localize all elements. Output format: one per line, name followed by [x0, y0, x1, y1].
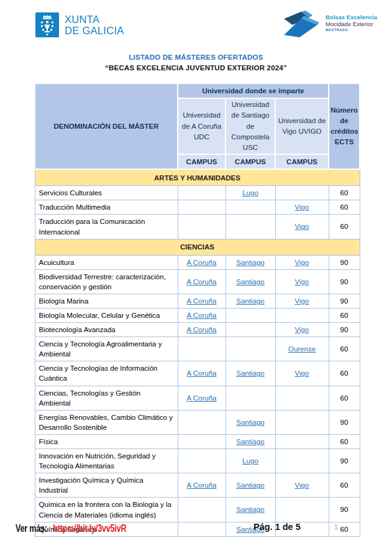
section-row: ARTES Y HUMANIDADES: [35, 169, 360, 186]
campus-link[interactable]: A Coruña: [187, 481, 217, 489]
campus-link[interactable]: A Coruña: [187, 394, 217, 402]
campus-link[interactable]: Santiago: [236, 259, 264, 266]
table-row: Biología Molecular, Celular y GenéticaA …: [35, 309, 360, 323]
campus-cell: [178, 498, 226, 522]
master-name: Biotecnología Avanzada: [35, 323, 178, 337]
campus-cell: [178, 522, 226, 536]
section-header-label: ARTES Y HUMANIDADES: [35, 169, 360, 186]
campus-link[interactable]: A Coruña: [187, 369, 217, 377]
ects-value: 60: [329, 200, 360, 215]
master-name: Investigación Química y Química Industri…: [35, 473, 178, 498]
campus-link[interactable]: Santiago: [236, 419, 264, 426]
campus-link[interactable]: Vigo: [295, 223, 309, 230]
campus-cell: A Coruña: [178, 255, 226, 269]
campus-cell: [226, 323, 275, 337]
ects-value: 60: [329, 386, 360, 410]
campus-cell: Santiago: [226, 434, 275, 448]
campus-subheader-udc: CAMPUS: [178, 154, 226, 169]
xunta-de-galicia-logo: XUNTA DE GALICIA: [35, 12, 124, 37]
table-row: Innovación en Nutrición, Seguridad y Tec…: [35, 449, 360, 473]
master-name: Innovación en Nutrición, Seguridad y Tec…: [35, 449, 178, 473]
ver-mas-link[interactable]: https://bit.ly/3vv5ivR: [53, 523, 126, 534]
campus-link[interactable]: Santiago: [236, 438, 264, 445]
column-header-ects: Número de créditos ECTS: [329, 83, 360, 169]
master-name: Ciencia y Tecnología Agroalimentaria y A…: [35, 337, 178, 361]
ects-value: 60: [329, 434, 360, 448]
campus-link[interactable]: Santiago: [236, 506, 264, 513]
campus-link[interactable]: Lugo: [242, 189, 258, 197]
master-name: Traducción Multimedia: [35, 200, 178, 215]
campus-cell: [275, 449, 329, 473]
campus-cell: Vigo: [275, 294, 329, 308]
campus-cell: A Coruña: [178, 269, 226, 294]
campus-cell: Lugo: [226, 186, 275, 200]
campus-link[interactable]: A Coruña: [187, 326, 217, 333]
campus-cell: Vigo: [275, 269, 329, 294]
ects-value: 90: [329, 449, 360, 473]
campus-link[interactable]: Vigo: [295, 481, 309, 489]
campus-link[interactable]: Santiago: [236, 278, 264, 286]
master-name: Ciencias, Tecnologías y Gestión Ambienta…: [35, 386, 178, 410]
ects-value: 60: [329, 215, 360, 239]
master-name: Física: [35, 434, 178, 448]
table-row: Traducción para la Comunicación Internac…: [35, 215, 360, 239]
campus-cell: [226, 337, 275, 361]
campus-cell: Vigo: [275, 473, 329, 498]
master-name: Biología Marina: [35, 294, 178, 308]
master-name: Biodiversidad Terrestre: caracterización…: [35, 269, 178, 294]
master-name: Acuicultura: [35, 255, 178, 269]
campus-link[interactable]: A Coruña: [187, 312, 217, 319]
ects-value: 60: [329, 473, 360, 498]
campus-link[interactable]: Santiago: [236, 369, 264, 377]
campus-link[interactable]: Vigo: [295, 203, 309, 211]
column-header-uvigo: Universidad de Vigo UVIGO: [275, 98, 329, 154]
campus-cell: Vigo: [275, 215, 329, 239]
ects-value: 90: [329, 323, 360, 337]
campus-cell: [178, 410, 226, 434]
document-page: XUNTA DE GALICIA Bolsas Excelencia Mocid…: [0, 0, 392, 548]
campus-cell: [226, 200, 275, 215]
table-row: Ciencias, Tecnologías y Gestión Ambienta…: [35, 386, 360, 410]
bolsas-logo-text: Bolsas Excelencia Mocidade Exterior MEST…: [326, 14, 377, 32]
campus-cell: [275, 309, 329, 323]
pagination-label: Pág. 1 de 5: [253, 522, 301, 532]
campus-link[interactable]: Vigo: [295, 297, 309, 305]
campus-cell: [275, 410, 329, 434]
section-header-label: CIENCIAS: [35, 239, 360, 255]
campus-cell: Santiago: [226, 269, 275, 294]
campus-link[interactable]: Santiago: [236, 297, 264, 305]
table-row: Biotecnología AvanzadaA CoruñaVigo90: [35, 323, 360, 337]
ects-value: 60: [329, 522, 360, 536]
campus-link[interactable]: A Coruña: [187, 297, 217, 305]
xunta-logo-text: XUNTA DE GALICIA: [65, 14, 124, 37]
section-row: CIENCIAS: [35, 239, 360, 255]
campus-link[interactable]: A Coruña: [187, 259, 217, 266]
column-header-master: DENOMINACIÓN DEL MÁSTER: [35, 83, 178, 169]
campus-cell: Santiago: [226, 294, 275, 308]
campus-link[interactable]: Ourense: [288, 345, 316, 353]
campus-cell: [178, 200, 226, 215]
ects-value: 60: [329, 337, 360, 361]
campus-link[interactable]: Vigo: [295, 326, 309, 333]
campus-cell: Vigo: [275, 323, 329, 337]
masters-table: DENOMINACIÓN DEL MÁSTER Universidad dond…: [34, 83, 360, 537]
xunta-logo-line1: XUNTA: [65, 14, 124, 25]
campus-link[interactable]: Vigo: [295, 369, 309, 377]
campus-cell: [275, 498, 329, 522]
campus-link[interactable]: Vigo: [295, 259, 309, 266]
campus-link[interactable]: Lugo: [242, 457, 258, 465]
ects-value: 90: [329, 410, 360, 434]
campus-link[interactable]: A Coruña: [187, 278, 217, 286]
table-header: DENOMINACIÓN DEL MÁSTER Universidad dond…: [35, 83, 360, 169]
ects-value: 60: [329, 309, 360, 323]
campus-cell: [178, 337, 226, 361]
table-row: AcuiculturaA CoruñaSantiagoVigo90: [35, 255, 360, 269]
campus-cell: Vigo: [275, 200, 329, 215]
campus-link[interactable]: Santiago: [236, 481, 264, 489]
campus-cell: Santiago: [226, 473, 275, 498]
campus-cell: Santiago: [226, 498, 275, 522]
page-subtitle: “BECAS EXCELENCIA JUVENTUD EXTERIOR 2024…: [0, 64, 392, 72]
campus-cell: [226, 386, 275, 410]
campus-link[interactable]: Vigo: [295, 278, 309, 286]
ects-value: 60: [329, 186, 360, 200]
